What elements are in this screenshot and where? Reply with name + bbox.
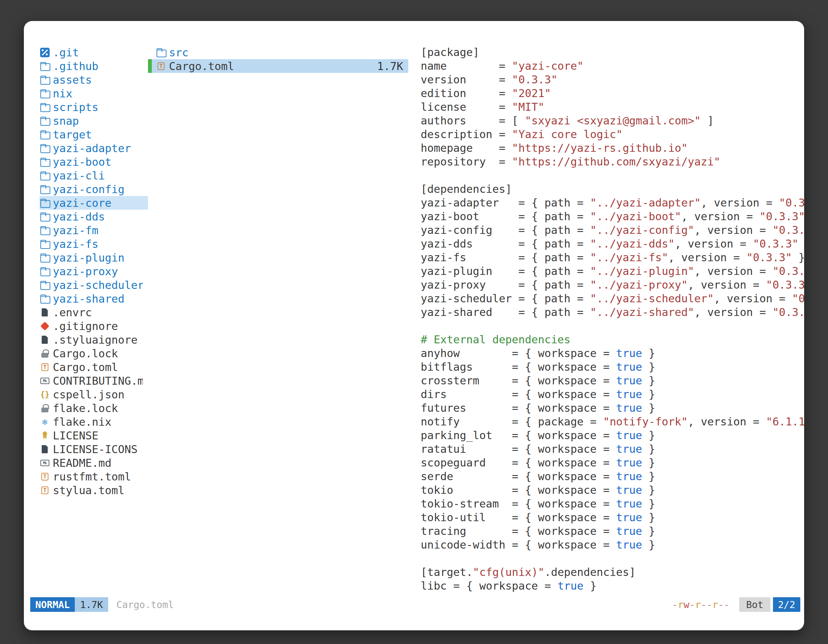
code-line: tokio-util = { workspace = true } — [421, 511, 804, 524]
perm-char: r — [712, 599, 718, 610]
code-token: serde = { workspace = — [421, 470, 616, 483]
code-token: yazi-plugin = { path = — [421, 265, 590, 277]
file-name: yazi-boot — [53, 155, 111, 168]
file-row[interactable]: stylua.toml — [39, 483, 148, 497]
code-token: true — [616, 443, 642, 455]
file-row[interactable]: Cargo.toml — [39, 360, 148, 374]
file-row[interactable]: yazi-plugin — [39, 251, 148, 265]
file-row[interactable]: .gitignore — [39, 319, 148, 333]
file-row[interactable]: yazi-boot — [39, 155, 148, 169]
file-row[interactable]: yazi-core — [39, 196, 148, 210]
code-line: yazi-dds = { path = "../yazi-dds", versi… — [421, 237, 804, 251]
code-token: , version = — [674, 237, 753, 250]
code-line: [package] — [421, 45, 804, 59]
code-token: futures = { workspace = — [421, 401, 616, 414]
folder-icon — [40, 116, 50, 126]
file-name: yazi-shared — [53, 292, 124, 305]
code-token: "yazi-core" — [512, 60, 583, 72]
status-filename: Cargo.toml — [116, 597, 174, 612]
file-row[interactable]: LICENSE-ICONS — [39, 442, 148, 456]
file-row[interactable]: README.md — [39, 456, 148, 470]
file-row[interactable]: yazi-cli — [39, 169, 148, 182]
file-row[interactable]: .envrc — [39, 306, 148, 319]
preview-pane[interactable]: [package]name = "yazi-core"version = "0.… — [421, 45, 804, 597]
file-row[interactable]: CONTRIBUTING.md — [39, 374, 148, 387]
file-row[interactable]: yazi-fs — [39, 237, 148, 251]
file-row[interactable]: .git — [39, 45, 148, 59]
folder-icon — [40, 89, 50, 98]
file-row[interactable]: yazi-dds — [39, 210, 148, 223]
file-row[interactable]: flake.lock — [39, 401, 148, 415]
file-row[interactable]: .styluaignore — [39, 333, 148, 346]
file-name: rustfmt.toml — [53, 470, 131, 483]
file-row[interactable]: yazi-adapter — [39, 141, 148, 155]
markdown-icon — [40, 376, 50, 385]
file-row[interactable]: Cargo.toml 1.7K — [148, 59, 408, 73]
file-row[interactable]: .github — [39, 59, 148, 73]
file-row[interactable]: scripts — [39, 100, 148, 114]
code-token: ratatui = { workspace = — [421, 443, 616, 455]
code-line: version = "0.3.3" — [421, 73, 804, 86]
code-line: serde = { workspace = true } — [421, 470, 804, 483]
folder-icon — [40, 253, 50, 263]
code-token: [dependencies] — [421, 183, 512, 195]
gitignore-icon — [40, 321, 50, 331]
file-row[interactable]: cspell.json — [39, 387, 148, 401]
code-token: yazi-adapter = { path = — [421, 196, 590, 209]
code-token: bitflags = { workspace = — [421, 360, 616, 373]
code-token: parking_lot = { workspace = — [421, 429, 616, 442]
file-name: yazi-core — [53, 197, 111, 209]
file-row[interactable]: yazi-shared — [39, 292, 148, 306]
code-token: true — [616, 347, 642, 360]
folder-icon — [40, 212, 50, 221]
file-name: .styluaignore — [53, 334, 138, 346]
file-name: flake.lock — [53, 402, 118, 415]
file-row[interactable]: yazi-fm — [39, 223, 148, 237]
code-line: libc = { workspace = true } — [421, 579, 804, 593]
markdown-icon — [40, 458, 50, 468]
perm-char: -- — [701, 599, 712, 610]
code-token: true — [616, 525, 642, 537]
perm-char: r — [678, 599, 684, 610]
code-token: "0.3.3" — [512, 73, 558, 86]
file-name: stylua.toml — [53, 484, 124, 497]
code-token: "0.3.3" — [792, 292, 804, 305]
code-line: yazi-shared = { path = "../yazi-shared",… — [421, 306, 804, 319]
file-name: yazi-proxy — [53, 265, 118, 278]
file-row[interactable]: yazi-scheduler — [39, 278, 148, 292]
file-name: assets — [53, 74, 92, 86]
code-line: parking_lot = { workspace = true } — [421, 429, 804, 442]
code-token: ] — [701, 114, 714, 127]
file-row[interactable]: assets — [39, 73, 148, 86]
file-row[interactable]: Cargo.lock — [39, 346, 148, 360]
file-name: README.md — [53, 457, 111, 469]
file-row[interactable]: yazi-config — [39, 182, 148, 196]
file-name: .envrc — [53, 306, 92, 319]
file-row[interactable]: target — [39, 128, 148, 141]
toml-icon — [40, 362, 50, 372]
code-line: scopeguard = { workspace = true } — [421, 456, 804, 470]
file-row[interactable]: LICENSE — [39, 429, 148, 442]
yazi-window: .git .github assets nix scripts — [24, 21, 804, 630]
code-line — [421, 319, 804, 333]
code-token: true — [616, 511, 642, 524]
code-token: # External dependencies — [421, 333, 571, 346]
file-row[interactable]: nix — [39, 86, 148, 100]
file-icon — [40, 308, 50, 317]
file-name: scripts — [53, 101, 98, 114]
code-token: crossterm = { workspace = — [421, 374, 616, 387]
file-row[interactable]: yazi-proxy — [39, 265, 148, 278]
code-token: "../yazi-boot" — [590, 210, 681, 223]
file-row[interactable]: src — [148, 45, 408, 59]
file-row[interactable]: snap — [39, 114, 148, 128]
code-token: , version = — [688, 278, 766, 291]
file-row[interactable]: rustfmt.toml — [39, 470, 148, 483]
code-token: scopeguard = { workspace = — [421, 456, 616, 469]
code-token: , version = — [681, 210, 760, 223]
file-row[interactable]: flake.nix — [39, 415, 148, 429]
code-line: edition = "2021" — [421, 86, 804, 100]
code-line: description = "Yazi core logic" — [421, 128, 804, 141]
code-token: true — [616, 538, 642, 551]
code-token: "0.3.3" — [759, 210, 804, 223]
code-token: .dependencies] — [544, 566, 636, 578]
